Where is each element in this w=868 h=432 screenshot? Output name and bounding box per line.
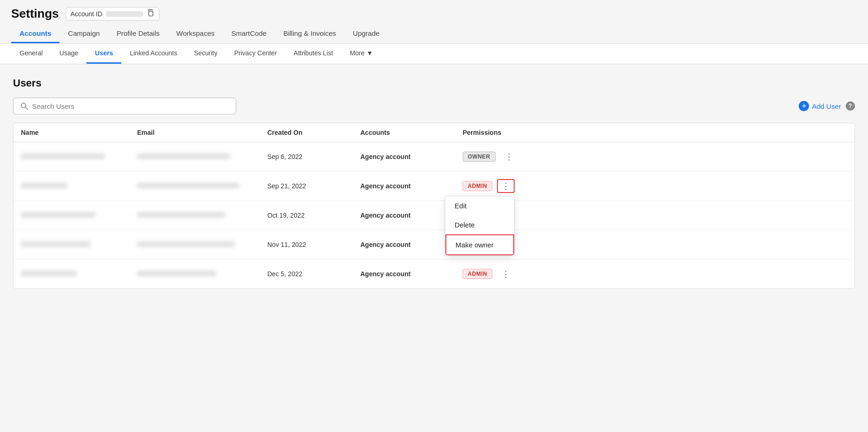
- cell-created-on: Sep 21, 2022: [267, 182, 360, 190]
- row-actions: ⋮ Edit Delete Make owner: [497, 179, 515, 193]
- menu-item-edit[interactable]: Edit: [445, 196, 514, 215]
- cell-created-on: Sep 6, 2022: [267, 153, 360, 160]
- add-user-button[interactable]: + Add User: [799, 101, 841, 111]
- account-id-badge: Account ID: [66, 7, 159, 20]
- permission-badge-admin: ADMIN: [463, 269, 492, 279]
- add-user-label: Add User: [812, 102, 841, 110]
- cell-email: [137, 212, 267, 219]
- users-table: Name Email Created On Accounts Permissio…: [13, 123, 855, 289]
- permission-badge-admin: ADMIN: [463, 181, 492, 191]
- cell-email: [137, 182, 267, 190]
- more-label: More: [350, 49, 364, 57]
- main-nav: Accounts Campaign Profile Details Worksp…: [11, 26, 857, 43]
- table-header: Name Email Created On Accounts Permissio…: [13, 123, 855, 142]
- section-title: Users: [13, 77, 855, 89]
- cell-created-on: Oct 19, 2022: [267, 212, 360, 219]
- blurred-email: [137, 212, 225, 218]
- sub-nav: General Usage Users Linked Accounts Secu…: [11, 44, 857, 64]
- menu-item-make-owner[interactable]: Make owner: [445, 234, 514, 255]
- toolbar: + Add User ?: [13, 98, 855, 114]
- col-created-on: Created On: [267, 129, 360, 136]
- account-id-value: [106, 11, 143, 17]
- search-input[interactable]: [32, 102, 229, 110]
- menu-item-delete[interactable]: Delete: [445, 215, 514, 234]
- table-row: Sep 6, 2022 Agency account OWNER ⋮: [13, 142, 855, 172]
- row-menu-button[interactable]: ⋮: [497, 267, 515, 281]
- tab-security[interactable]: Security: [186, 44, 226, 64]
- svg-line-2: [26, 107, 28, 110]
- add-user-row: + Add User ?: [799, 101, 855, 111]
- blurred-name: [21, 183, 67, 188]
- page-title: Settings: [11, 7, 59, 21]
- cell-created-on: Dec 5, 2022: [267, 270, 360, 278]
- add-user-icon: +: [799, 101, 809, 111]
- main-nav-smartcode[interactable]: SmartCode: [223, 26, 275, 43]
- tab-users[interactable]: Users: [86, 44, 121, 64]
- row-menu-button-active[interactable]: ⋮: [497, 179, 515, 193]
- permission-badge-owner: OWNER: [463, 152, 496, 162]
- cell-name: [21, 153, 137, 160]
- main-nav-profile-details[interactable]: Profile Details: [108, 26, 168, 43]
- cell-permissions: OWNER ⋮: [463, 150, 847, 164]
- blurred-name: [21, 212, 95, 218]
- tab-attributes-list[interactable]: Attributes List: [285, 44, 342, 64]
- main-nav-upgrade[interactable]: Upgrade: [345, 26, 388, 43]
- blurred-email: [137, 183, 239, 188]
- account-id-label: Account ID: [71, 10, 102, 18]
- chevron-down-icon: ▼: [366, 49, 373, 57]
- blurred-name: [21, 153, 105, 159]
- tab-privacy-center[interactable]: Privacy Center: [226, 44, 285, 64]
- row-actions: ⋮: [497, 267, 515, 281]
- cell-email: [137, 270, 267, 278]
- tab-more[interactable]: More ▼: [341, 44, 381, 64]
- search-icon: [20, 102, 28, 110]
- cell-name: [21, 212, 137, 219]
- blurred-email: [137, 241, 235, 247]
- table-row: Dec 5, 2022 Agency account ADMIN ⋮: [13, 259, 855, 288]
- cell-name: [21, 241, 137, 248]
- col-name: Name: [21, 129, 137, 136]
- main-nav-campaign[interactable]: Campaign: [60, 26, 108, 43]
- cell-permissions: ADMIN ⋮: [463, 267, 847, 281]
- cell-permissions: ADMIN ⋮: [463, 238, 847, 252]
- cell-created-on: Nov 11, 2022: [267, 241, 360, 248]
- tab-general[interactable]: General: [11, 44, 51, 64]
- copy-icon[interactable]: [147, 9, 154, 18]
- row-actions: ⋮: [500, 150, 518, 164]
- cell-permissions: ADMIN ⋮: [463, 208, 847, 222]
- tab-linked-accounts[interactable]: Linked Accounts: [121, 44, 186, 64]
- main-nav-workspaces[interactable]: Workspaces: [168, 26, 223, 43]
- cell-email: [137, 153, 267, 160]
- main-nav-accounts[interactable]: Accounts: [11, 26, 60, 43]
- cell-name: [21, 182, 137, 190]
- cell-accounts: Agency account: [360, 153, 463, 160]
- tab-usage[interactable]: Usage: [51, 44, 86, 64]
- svg-rect-0: [149, 11, 153, 16]
- help-icon[interactable]: ?: [846, 101, 855, 111]
- search-box[interactable]: [13, 98, 236, 114]
- col-email: Email: [137, 129, 267, 136]
- cell-permissions: ADMIN ⋮ Edit Delete Make owner: [463, 179, 847, 193]
- col-accounts: Accounts: [360, 129, 463, 136]
- main-nav-billing-invoices[interactable]: Billing & Invoices: [275, 26, 344, 43]
- blurred-name: [21, 271, 77, 276]
- table-row: Nov 11, 2022 Agency account ADMIN ⋮: [13, 230, 855, 259]
- cell-accounts: Agency account: [360, 182, 463, 190]
- blurred-email: [137, 153, 230, 159]
- table-row: Sep 21, 2022 Agency account ADMIN ⋮ Edit…: [13, 172, 855, 201]
- col-permissions: Permissions: [463, 129, 847, 136]
- cell-name: [21, 270, 137, 278]
- row-menu-button[interactable]: ⋮: [500, 150, 518, 164]
- cell-accounts: Agency account: [360, 270, 463, 278]
- dropdown-menu: Edit Delete Make owner: [445, 196, 515, 256]
- blurred-email: [137, 271, 216, 276]
- blurred-name: [21, 241, 91, 247]
- cell-email: [137, 241, 267, 248]
- table-row: Oct 19, 2022 Agency account ADMIN ⋮: [13, 201, 855, 230]
